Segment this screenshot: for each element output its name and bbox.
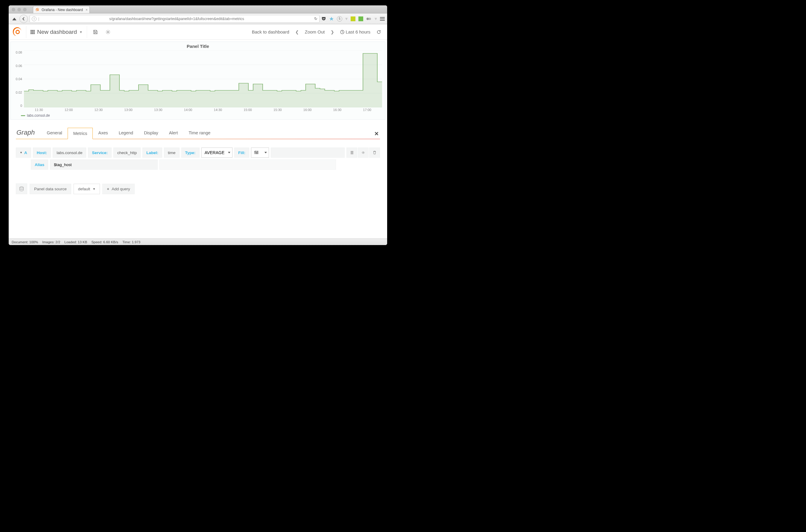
extension-icon[interactable] <box>11 16 18 22</box>
minimize-window-icon[interactable] <box>17 8 21 12</box>
status-images: Images: 2/2 <box>42 240 60 244</box>
type-select[interactable]: AVERAGE <box>202 148 233 158</box>
panel-editor: Graph GeneralMetricsAxesLegendDisplayAle… <box>9 121 387 194</box>
editor-tab-display[interactable]: Display <box>138 128 164 139</box>
graph-panel: Panel Title 0.080.060.040.020 11:3012:00… <box>11 42 385 120</box>
site-info-icon[interactable]: i <box>32 17 37 21</box>
host-label: Host: <box>33 148 51 158</box>
status-loaded: Loaded: 13 KB <box>64 240 87 244</box>
alias-label: Alias <box>31 159 48 170</box>
service-value[interactable]: check_http <box>113 148 141 158</box>
status-time: Time: 1.973 <box>122 240 140 244</box>
editor-tab-bar: Graph GeneralMetricsAxesLegendDisplayAle… <box>16 128 380 139</box>
url-text: s/grafana/dashboard/new?gettingstarted&p… <box>41 17 312 21</box>
legend-swatch <box>21 115 25 116</box>
query-menu-icon[interactable] <box>346 148 357 158</box>
service-label: Service: <box>88 148 112 158</box>
chart-legend[interactable]: labs.consol.de <box>11 113 385 119</box>
status-speed: Speed: 6.60 KB/s <box>91 240 118 244</box>
editor-tab-general[interactable]: General <box>41 128 68 139</box>
counter-badge[interactable]: 5 <box>337 16 342 21</box>
status-bar: Document: 100% Images: 2/2 Loaded: 13 KB… <box>9 239 387 245</box>
type-label: Type: <box>181 148 199 158</box>
time-range-picker[interactable]: Last 6 hours <box>340 29 370 34</box>
dashboard-grid-icon <box>31 30 35 34</box>
editor-tab-legend[interactable]: Legend <box>113 128 138 139</box>
legend-label: labs.consol.de <box>27 113 50 118</box>
svg-point-2 <box>369 18 371 20</box>
editor-tab-alert[interactable]: Alert <box>164 128 184 139</box>
datasource-select[interactable]: default▼ <box>74 184 100 194</box>
query-delete-icon[interactable] <box>369 148 380 158</box>
svg-point-12 <box>20 187 23 188</box>
settings-button[interactable] <box>104 28 112 36</box>
editor-tab-metrics[interactable]: Metrics <box>68 128 93 139</box>
ext-icon-3[interactable] <box>366 17 371 21</box>
save-button[interactable] <box>91 28 100 36</box>
zoom-out-button[interactable]: Zoom Out <box>305 29 325 34</box>
pocket-icon[interactable] <box>321 17 326 21</box>
add-query-button[interactable]: +Add query <box>102 184 134 194</box>
tab-title: Grafana - New dashboard <box>42 8 83 12</box>
query-row-a: ▼A Host: labs.consol.de Service: check_h… <box>16 148 380 158</box>
svg-point-3 <box>16 30 19 34</box>
query-toggle[interactable]: ▼A <box>16 148 31 158</box>
grafana-toolbar: New dashboard ▼ Back to dashboard ❮ Zoom… <box>9 24 387 40</box>
time-back-button[interactable]: ❮ <box>293 30 301 34</box>
maximize-window-icon[interactable] <box>23 8 26 12</box>
datasource-row: Panel data source default▼ +Add query <box>16 184 380 194</box>
tab-strip: Grafana - New dashboard × <box>9 5 387 14</box>
svg-point-4 <box>108 31 109 32</box>
svg-point-0 <box>37 9 38 11</box>
refresh-button[interactable] <box>375 28 383 36</box>
fill-label: Fill: <box>234 148 249 158</box>
editor-tab-time-range[interactable]: Time range <box>184 128 216 139</box>
content-area: Panel Title 0.080.060.040.020 11:3012:00… <box>9 40 387 239</box>
datasource-icon <box>16 184 27 194</box>
svg-point-11 <box>363 152 364 153</box>
ext-icon-2[interactable] <box>359 17 363 21</box>
fill-select[interactable]: fill <box>251 148 269 158</box>
panel-title: Panel Title <box>11 42 385 50</box>
browser-window: Grafana - New dashboard × i | s/grafana/… <box>9 5 387 245</box>
datasource-label: Panel data source <box>30 184 71 194</box>
editor-title: Graph <box>16 129 41 139</box>
url-field[interactable]: i | s/grafana/dashboard/new?gettingstart… <box>30 15 320 23</box>
alias-input[interactable]: $tag_host <box>50 159 158 170</box>
reload-icon[interactable]: ↻ <box>314 17 318 21</box>
label-value[interactable]: time <box>164 148 179 158</box>
menu-icon[interactable] <box>380 17 385 21</box>
url-bar: i | s/grafana/dashboard/new?gettingstart… <box>9 14 387 24</box>
alias-row: Alias $tag_host <box>16 159 380 170</box>
svg-point-1 <box>366 18 369 20</box>
grafana-favicon <box>36 8 40 12</box>
close-editor-button[interactable]: ✕ <box>373 129 380 139</box>
browser-tab[interactable]: Grafana - New dashboard × <box>33 6 90 13</box>
ext-icon-1[interactable] <box>351 17 356 21</box>
x-axis: 11:3012:0012:3013:0013:3014:0014:3015:00… <box>11 108 385 113</box>
back-button[interactable] <box>19 15 28 23</box>
window-controls[interactable] <box>12 8 26 12</box>
grafana-logo[interactable] <box>13 27 22 37</box>
time-forward-button[interactable]: ❯ <box>329 30 336 34</box>
dashboard-picker[interactable]: New dashboard ▼ <box>31 29 82 35</box>
editor-tab-axes[interactable]: Axes <box>93 128 113 139</box>
host-value[interactable]: labs.consol.de <box>53 148 86 158</box>
close-window-icon[interactable] <box>12 8 15 12</box>
chart-plot[interactable] <box>24 51 382 108</box>
y-axis: 0.080.060.040.020 <box>14 51 24 108</box>
dashboard-name: New dashboard <box>37 29 77 35</box>
back-to-dashboard-link[interactable]: Back to dashboard <box>252 29 289 34</box>
query-eye-icon[interactable] <box>358 148 369 158</box>
status-document: Document: 100% <box>12 240 38 244</box>
star-icon[interactable] <box>329 17 334 21</box>
label-label: Label: <box>142 148 162 158</box>
close-tab-icon[interactable]: × <box>85 8 88 12</box>
